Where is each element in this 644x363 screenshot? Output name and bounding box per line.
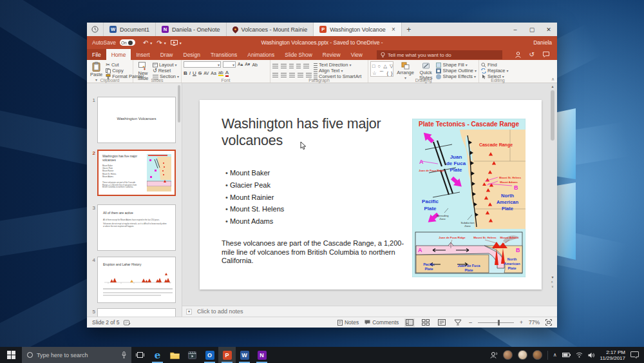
tab-onenote[interactable]: N Daniela - OneNote	[156, 23, 227, 36]
taskbar-file-explorer[interactable]	[166, 347, 184, 363]
font-size-select[interactable]: ▾	[223, 61, 236, 68]
text-direction-button[interactable]: Text Direction▾	[314, 63, 361, 68]
reading-view-button[interactable]	[437, 319, 447, 327]
tab-review[interactable]: Review	[317, 49, 346, 60]
contact-avatar[interactable]	[518, 350, 527, 360]
highlight-button[interactable]: ab	[218, 70, 223, 76]
shape-fill-button[interactable]: Shape Fill▾	[436, 63, 477, 68]
decrease-indent-icon[interactable]	[289, 64, 294, 68]
tab-history-icon[interactable]	[87, 23, 104, 36]
shrink-font-button[interactable]: A▾	[245, 62, 250, 67]
tell-me-search[interactable]: Tell me what you want to do	[377, 50, 502, 59]
increase-indent-icon[interactable]	[296, 64, 301, 68]
show-hidden-icons[interactable]: ∧	[553, 352, 557, 358]
next-slide-button[interactable]: «	[551, 286, 555, 288]
close-tab-icon[interactable]: ×	[392, 26, 395, 33]
volume-icon[interactable]	[588, 352, 595, 358]
zoom-in-button[interactable]: +	[520, 319, 523, 326]
contact-avatar[interactable]	[503, 350, 513, 360]
taskbar-powerpoint[interactable]: P	[218, 347, 236, 363]
signed-in-user[interactable]: Daniela	[533, 39, 552, 46]
notes-toggle[interactable]: Notes	[337, 319, 359, 326]
find-button[interactable]: Find	[481, 63, 509, 68]
layout-button[interactable]: Layout▾	[153, 63, 179, 68]
line-spacing-icon[interactable]	[303, 64, 309, 68]
undo-icon[interactable]: ↶	[143, 39, 148, 46]
vertical-scrollbar[interactable]: ▴ ▾ « «	[549, 84, 556, 289]
normal-view-button[interactable]	[404, 319, 415, 327]
tab-design[interactable]: Design	[178, 49, 205, 60]
character-spacing-button[interactable]: AV	[204, 71, 209, 75]
numbering-icon[interactable]	[281, 64, 287, 68]
tab-draw[interactable]: Draw	[155, 49, 178, 60]
taskbar-outlook[interactable]: O	[201, 347, 218, 363]
slide-canvas[interactable]: Washington has five major volcanoes Moun…	[200, 100, 542, 289]
grow-font-button[interactable]: A▴	[238, 62, 243, 67]
tab-home[interactable]: Home	[106, 49, 131, 60]
tab-document1[interactable]: W Document1	[104, 23, 156, 36]
font-name-select[interactable]: ▾	[184, 61, 221, 68]
collapse-ribbon-icon[interactable]: ∧	[551, 77, 554, 82]
align-center-icon[interactable]	[281, 73, 287, 77]
taskbar-movies-tv[interactable]	[184, 347, 201, 363]
align-right-icon[interactable]	[289, 73, 295, 77]
shapes-gallery[interactable]: □ ○ △ ▽ ◇ ☆ ⌒ { } ╲	[370, 61, 393, 77]
tab-view[interactable]: View	[346, 49, 368, 60]
tab-slide-show[interactable]: Slide Show	[279, 49, 317, 60]
comments-icon[interactable]	[543, 52, 549, 57]
zoom-slider[interactable]	[478, 322, 514, 323]
tab-insert[interactable]: Insert	[131, 49, 155, 60]
align-text-button[interactable]: Align Text▾	[314, 68, 361, 74]
slide-thumbnail-4[interactable]: Eruption and Lahar History	[97, 257, 176, 303]
splitter-handle-icon[interactable]: ▾	[186, 309, 192, 315]
autosave-toggle[interactable]: On	[120, 39, 135, 46]
justify-icon[interactable]	[298, 73, 303, 77]
italic-button[interactable]: I	[189, 70, 191, 76]
notes-pane[interactable]: ▾ Click to add notes	[182, 306, 557, 317]
align-left-icon[interactable]	[272, 73, 278, 77]
proofing-icon[interactable]	[124, 320, 131, 326]
bullets-icon[interactable]	[272, 64, 278, 68]
new-tab-button[interactable]: +	[402, 23, 416, 36]
redo-icon[interactable]: ↷	[156, 39, 162, 46]
tab-transitions[interactable]: Transitions	[205, 49, 242, 60]
scrollbar-thumb[interactable]	[551, 90, 554, 141]
activity-history-icon[interactable]: ↺	[529, 51, 535, 58]
taskbar-onenote[interactable]: N	[253, 347, 270, 363]
replace-button[interactable]: Replace▾	[481, 68, 509, 74]
maximize-button[interactable]: ▢	[524, 23, 540, 36]
network-icon[interactable]	[576, 352, 583, 358]
clear-formatting-button[interactable]: Ab	[252, 63, 258, 67]
contact-avatar[interactable]	[533, 350, 542, 360]
plate-tectonics-map-image[interactable]: Plate Tectonics - Cascade Range Cascade …	[412, 119, 526, 277]
slide-body-text[interactable]: These volcanoes are part of the Cascade …	[222, 239, 412, 266]
font-color-button[interactable]: A	[225, 70, 229, 77]
slide-thumbnail-1[interactable]: Washington Volcanoes	[97, 97, 176, 143]
underline-button[interactable]: U	[193, 70, 196, 76]
shape-outline-button[interactable]: Shape Outline▾	[436, 68, 477, 74]
tab-edge-volcanoes[interactable]: Volcanoes - Mount Rainie	[227, 23, 314, 36]
reset-button[interactable]: ↺Reset	[153, 68, 179, 74]
slide-bullet-list[interactable]: Mount Baker Glacier Peak Mount Rainier M…	[225, 167, 284, 228]
zoom-slider-thumb[interactable]	[498, 320, 500, 326]
slide-thumbnail-2[interactable]: Washington has five major volcanoes Moun…	[97, 150, 176, 196]
slide-title[interactable]: Washington has five major volcanoes	[222, 115, 408, 149]
people-icon[interactable]	[490, 351, 498, 358]
tab-washington-volcanoes[interactable]: P Washington Volcanoe ×	[314, 23, 402, 36]
fit-slide-button[interactable]	[545, 319, 552, 326]
minimize-button[interactable]: –	[507, 23, 524, 36]
start-presentation-icon[interactable]	[171, 40, 178, 46]
zoom-out-button[interactable]: –	[469, 319, 472, 326]
slide-thumbnail-5[interactable]	[97, 308, 176, 317]
close-button[interactable]: ✕	[540, 23, 557, 36]
zoom-level[interactable]: 77%	[529, 319, 540, 326]
slide-sorter-view-button[interactable]	[421, 319, 431, 327]
microphone-icon[interactable]	[122, 351, 126, 358]
taskbar-clock[interactable]: 2:17 PM 11/29/2017	[600, 349, 625, 361]
tab-animations[interactable]: Animations	[242, 49, 279, 60]
slide-show-button[interactable]	[453, 319, 463, 327]
columns-icon[interactable]	[306, 73, 312, 77]
share-person-icon[interactable]	[515, 52, 521, 58]
comments-toggle[interactable]: Comments	[365, 319, 399, 326]
bold-button[interactable]: B	[184, 70, 187, 76]
